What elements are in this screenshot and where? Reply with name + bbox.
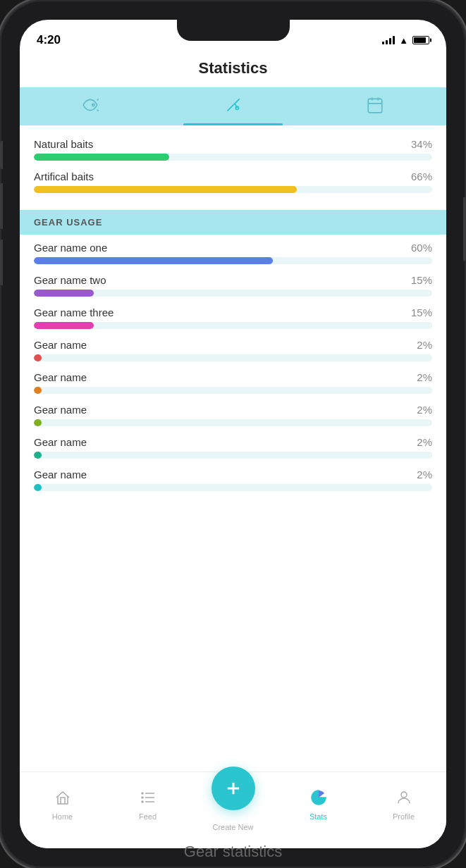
gear-five-pct: 2% (417, 371, 432, 383)
gear-one-bar-bg (34, 257, 432, 264)
artificial-baits-pct: 66% (411, 170, 432, 182)
natural-baits-label: Natural baits (34, 138, 93, 150)
gear-two-label: Gear name two (34, 274, 106, 286)
gear-stat-row: Gear name 2% (34, 404, 432, 426)
gear-seven-pct: 2% (417, 436, 432, 448)
gear-three-label: Gear name three (34, 306, 114, 318)
page-title: Statistics (199, 59, 268, 77)
gear-five-label: Gear name (34, 371, 87, 383)
feed-icon (140, 789, 157, 810)
gear-stat-row: Gear name 2% (34, 371, 432, 394)
page-header: Statistics (20, 51, 446, 78)
signal-icon (382, 36, 395, 44)
wifi-icon: ▲ (399, 35, 408, 46)
gear-one-label: Gear name one (34, 242, 107, 254)
natural-baits-bar-bg (34, 154, 432, 161)
svg-point-13 (142, 801, 143, 802)
gear-three-pct: 15% (411, 306, 432, 318)
stats-label: Stats (309, 812, 327, 821)
gear-stat-row: Gear name two 15% (34, 274, 432, 297)
nav-stats[interactable]: Stats (276, 789, 361, 821)
phone-caption: Gear statistics (0, 843, 466, 868)
gear-six-pct: 2% (417, 404, 432, 416)
tab-bar (20, 87, 446, 125)
svg-rect-4 (368, 99, 382, 113)
profile-icon (396, 789, 412, 810)
gear-section: Gear name one 60% Gear name two 15% (20, 235, 446, 508)
gear-six-label: Gear name (34, 404, 87, 416)
side-volume-down-button (0, 240, 3, 285)
phone-screen: 4:20 ▲ Statistics (20, 20, 446, 848)
gear-eight-bar-bg (34, 484, 432, 491)
tab-gear[interactable] (162, 87, 305, 125)
gear-eight-pct: 2% (417, 469, 432, 480)
feed-label: Feed (139, 812, 157, 821)
home-icon (54, 789, 71, 810)
svg-point-16 (401, 792, 407, 798)
gear-two-bar (34, 290, 94, 297)
gear-stat-row: Gear name three 15% (34, 306, 432, 329)
gear-two-pct: 15% (411, 274, 432, 286)
gear-four-label: Gear name (34, 339, 87, 351)
home-label: Home (52, 812, 73, 821)
gear-four-bar-bg (34, 354, 432, 361)
gear-stat-row: Gear name 2% (34, 339, 432, 361)
plus-icon (223, 779, 243, 798)
natural-baits-pct: 34% (411, 138, 432, 150)
gear-eight-label: Gear name (34, 469, 87, 480)
rod-icon (224, 96, 243, 118)
gear-seven-bar-bg (34, 452, 432, 459)
artificial-baits-label: Artifical baits (34, 170, 94, 182)
content-area: Natural baits 34% Artifical baits 66% (20, 125, 446, 771)
status-time: 4:20 (37, 33, 61, 47)
nav-profile[interactable]: Profile (361, 789, 446, 821)
gear-usage-header: GEAR USAGE (20, 210, 446, 235)
natural-baits-bar-fill (34, 154, 169, 161)
gear-six-bar-bg (34, 419, 432, 426)
calendar-icon (366, 96, 384, 118)
gear-seven-bar (34, 452, 42, 459)
gear-stat-row: Gear name 2% (34, 469, 432, 491)
svg-point-11 (142, 793, 143, 794)
artificial-baits-bar-bg (34, 186, 432, 193)
gear-one-pct: 60% (411, 242, 432, 254)
stats-icon (310, 789, 327, 810)
svg-point-3 (235, 106, 238, 109)
bait-stat-artificial: Artifical baits 66% (34, 170, 432, 193)
create-new-label: Create New (212, 823, 253, 831)
gear-seven-label: Gear name (34, 436, 87, 448)
create-new-button[interactable] (211, 767, 255, 810)
gear-stat-row: Gear name 2% (34, 436, 432, 459)
side-mute-button (0, 141, 3, 169)
gear-five-bar-bg (34, 387, 432, 394)
status-icons: ▲ (382, 35, 429, 46)
tab-fish[interactable] (20, 87, 162, 125)
svg-point-0 (92, 104, 94, 106)
nav-home[interactable]: Home (20, 789, 105, 821)
bottom-nav: Home Feed (20, 771, 446, 848)
gear-four-pct: 2% (417, 339, 432, 351)
fish-icon (82, 96, 100, 118)
tab-calendar[interactable] (304, 87, 446, 125)
nav-feed[interactable]: Feed (105, 789, 190, 821)
side-power-button (463, 197, 466, 261)
side-volume-up-button (0, 183, 3, 229)
gear-four-bar (34, 354, 42, 361)
gear-two-bar-bg (34, 290, 432, 297)
svg-point-12 (142, 797, 143, 798)
gear-three-bar-bg (34, 322, 432, 329)
gear-three-bar (34, 322, 94, 329)
phone-wrapper: 4:20 ▲ Statistics (0, 0, 466, 868)
gear-eight-bar (34, 484, 42, 491)
battery-icon (412, 36, 429, 44)
artificial-baits-bar-fill (34, 186, 297, 193)
gear-stat-row: Gear name one 60% (34, 242, 432, 264)
gear-one-bar (34, 257, 273, 264)
gear-five-bar (34, 387, 42, 394)
profile-label: Profile (393, 812, 415, 821)
notch (177, 20, 290, 41)
bait-stat-natural: Natural baits 34% (34, 138, 432, 161)
nav-create-wrapper: Create New (190, 778, 276, 831)
gear-six-bar (34, 419, 42, 426)
bait-section: Natural baits 34% Artifical baits 66% (20, 125, 446, 210)
